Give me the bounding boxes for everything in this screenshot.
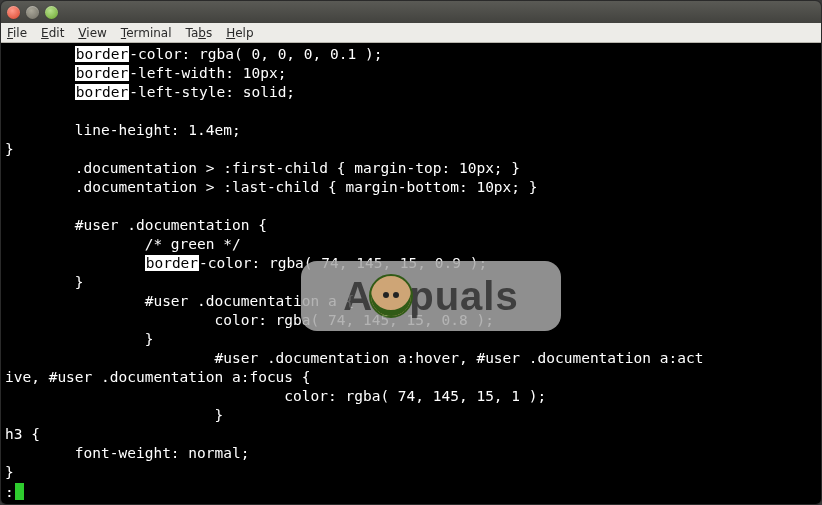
- mascot-head-icon: [369, 274, 413, 318]
- terminal-viewport[interactable]: border-color: rgba( 0, 0, 0, 0.1 ); bord…: [1, 43, 821, 505]
- menu-tabs[interactable]: Tabs: [186, 26, 213, 40]
- window-titlebar: [1, 1, 821, 23]
- window-maximize-button[interactable]: [45, 6, 58, 19]
- menu-help[interactable]: Help: [226, 26, 253, 40]
- window-close-button[interactable]: [7, 6, 20, 19]
- menubar: File Edit View Terminal Tabs Help: [1, 23, 821, 43]
- vim-statusline: :: [5, 483, 24, 502]
- watermark-text-right: puals: [409, 287, 518, 306]
- menu-edit[interactable]: Edit: [41, 26, 64, 40]
- menu-view[interactable]: View: [78, 26, 106, 40]
- window-minimize-button[interactable]: [26, 6, 39, 19]
- watermark-logo: A puals: [301, 261, 561, 331]
- menu-file[interactable]: File: [7, 26, 27, 40]
- menu-terminal[interactable]: Terminal: [121, 26, 172, 40]
- terminal-cursor: [15, 483, 24, 500]
- vim-prompt: :: [5, 484, 14, 500]
